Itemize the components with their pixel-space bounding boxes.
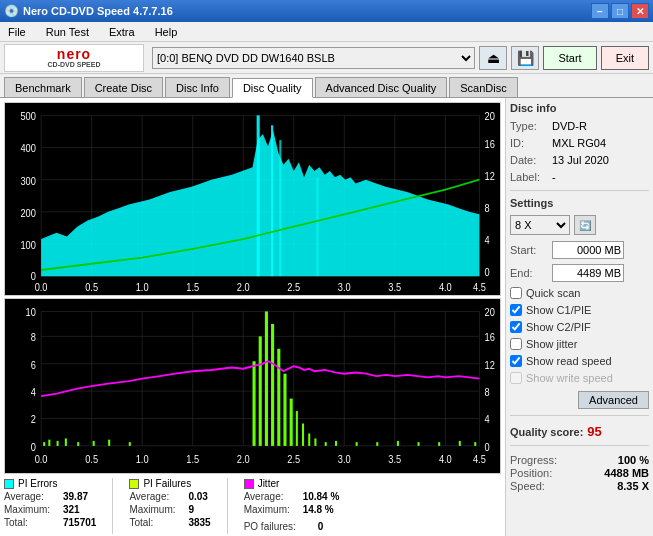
eject-button[interactable]: ⏏ — [479, 46, 507, 70]
show-read-speed-label: Show read speed — [526, 355, 612, 367]
tab-disc-quality[interactable]: Disc Quality — [232, 78, 313, 98]
svg-rect-69 — [253, 361, 256, 446]
menu-extra[interactable]: Extra — [105, 25, 139, 39]
svg-text:10: 10 — [26, 306, 37, 318]
svg-text:300: 300 — [20, 175, 36, 187]
id-label: ID: — [510, 137, 548, 149]
jitter-label: Jitter — [258, 478, 280, 489]
svg-text:4.0: 4.0 — [439, 281, 452, 293]
pi-failures-total-label: Total: — [129, 517, 184, 528]
speed-label: Speed: — [510, 480, 545, 492]
svg-text:16: 16 — [485, 331, 496, 343]
app-icon: 💿 — [4, 4, 19, 18]
svg-rect-63 — [57, 441, 59, 446]
id-value: MXL RG04 — [552, 137, 606, 149]
quick-scan-checkbox[interactable] — [510, 287, 522, 299]
speed-value: 8.35 X — [617, 480, 649, 492]
svg-text:16: 16 — [485, 138, 496, 150]
pi-errors-max-value: 321 — [63, 504, 80, 515]
tab-benchmark[interactable]: Benchmark — [4, 77, 82, 97]
svg-rect-77 — [302, 423, 304, 445]
type-label: Type: — [510, 120, 548, 132]
show-c1pie-label: Show C1/PIE — [526, 304, 591, 316]
progress-value: 100 % — [618, 454, 649, 466]
svg-text:1.0: 1.0 — [136, 281, 149, 293]
tab-scan-disc[interactable]: ScanDisc — [449, 77, 517, 97]
svg-rect-74 — [283, 373, 286, 445]
svg-text:200: 200 — [20, 207, 36, 219]
settings-title: Settings — [510, 197, 649, 209]
tab-disc-info[interactable]: Disc Info — [165, 77, 230, 97]
svg-text:2.0: 2.0 — [237, 453, 250, 465]
svg-text:4: 4 — [485, 234, 490, 246]
device-select[interactable]: [0:0] BENQ DVD DD DW1640 BSLB — [152, 47, 475, 69]
svg-text:2: 2 — [31, 413, 36, 425]
chart-pi-failures: 10 8 6 4 2 0 20 16 12 8 4 0 0.0 0.5 1.0 … — [4, 298, 501, 474]
show-write-speed-checkbox — [510, 372, 522, 384]
svg-rect-76 — [296, 411, 298, 446]
menu-file[interactable]: File — [4, 25, 30, 39]
save-button[interactable]: 💾 — [511, 46, 539, 70]
tab-advanced-disc-quality[interactable]: Advanced Disc Quality — [315, 77, 448, 97]
svg-text:500: 500 — [20, 111, 36, 123]
svg-text:20: 20 — [485, 306, 496, 318]
svg-rect-65 — [77, 442, 79, 446]
svg-rect-20 — [279, 140, 281, 276]
svg-rect-80 — [325, 442, 327, 446]
position-label: Position: — [510, 467, 552, 479]
svg-text:20: 20 — [485, 111, 496, 123]
pi-failures-avg-label: Average: — [129, 491, 184, 502]
pi-failures-avg-value: 0.03 — [188, 491, 207, 502]
jitter-avg-value: 10.84 % — [303, 491, 340, 502]
svg-text:0.0: 0.0 — [35, 281, 48, 293]
svg-text:1.5: 1.5 — [186, 453, 199, 465]
pi-errors-total-value: 715701 — [63, 517, 96, 528]
start-input[interactable] — [552, 241, 624, 259]
svg-text:100: 100 — [20, 239, 36, 251]
progress-section: Progress: 100 % Position: 4488 MB Speed:… — [510, 454, 649, 493]
show-c2pif-checkbox[interactable] — [510, 321, 522, 333]
tab-create-disc[interactable]: Create Disc — [84, 77, 163, 97]
show-read-speed-checkbox[interactable] — [510, 355, 522, 367]
show-c1pie-checkbox[interactable] — [510, 304, 522, 316]
position-value: 4488 MB — [604, 467, 649, 479]
end-input[interactable] — [552, 264, 624, 282]
show-jitter-checkbox[interactable] — [510, 338, 522, 350]
main-content: 500 400 300 200 100 0 20 16 12 8 4 0 0.0… — [0, 98, 653, 536]
label-label: Label: — [510, 171, 548, 183]
maximize-button[interactable]: □ — [611, 3, 629, 19]
svg-text:8: 8 — [485, 386, 490, 398]
right-panel: Disc info Type: DVD-R ID: MXL RG04 Date:… — [505, 98, 653, 536]
svg-rect-73 — [277, 349, 280, 446]
menu-run-test[interactable]: Run Test — [42, 25, 93, 39]
exit-button[interactable]: Exit — [601, 46, 649, 70]
svg-rect-67 — [108, 439, 110, 445]
svg-text:12: 12 — [485, 170, 496, 182]
svg-text:4.0: 4.0 — [439, 453, 452, 465]
date-value: 13 Jul 2020 — [552, 154, 609, 166]
refresh-button[interactable]: 🔄 — [574, 215, 596, 235]
pi-failures-max-label: Maximum: — [129, 504, 184, 515]
jitter-avg-label: Average: — [244, 491, 299, 502]
svg-rect-83 — [376, 442, 378, 446]
svg-text:0.0: 0.0 — [35, 453, 48, 465]
start-button[interactable]: Start — [543, 46, 596, 70]
title-bar-text: Nero CD-DVD Speed 4.7.7.16 — [23, 5, 173, 17]
svg-text:0.5: 0.5 — [85, 453, 98, 465]
pi-errors-total-label: Total: — [4, 517, 59, 528]
speed-select[interactable]: 8 X — [510, 215, 570, 235]
progress-label: Progress: — [510, 454, 557, 466]
close-button[interactable]: ✕ — [631, 3, 649, 19]
chart-pi-errors: 500 400 300 200 100 0 20 16 12 8 4 0 0.0… — [4, 102, 501, 296]
svg-rect-66 — [93, 441, 95, 446]
menu-help[interactable]: Help — [151, 25, 182, 39]
svg-text:0: 0 — [31, 441, 36, 453]
legend-area: PI Errors Average: 39.87 Maximum: 321 To… — [0, 476, 505, 536]
po-failures-label: PO failures: — [244, 521, 314, 532]
advanced-button[interactable]: Advanced — [578, 391, 649, 409]
disc-info-title: Disc info — [510, 102, 649, 114]
pi-errors-avg-value: 39.87 — [63, 491, 88, 502]
svg-rect-71 — [265, 311, 268, 445]
minimize-button[interactable]: − — [591, 3, 609, 19]
show-write-speed-label: Show write speed — [526, 372, 613, 384]
